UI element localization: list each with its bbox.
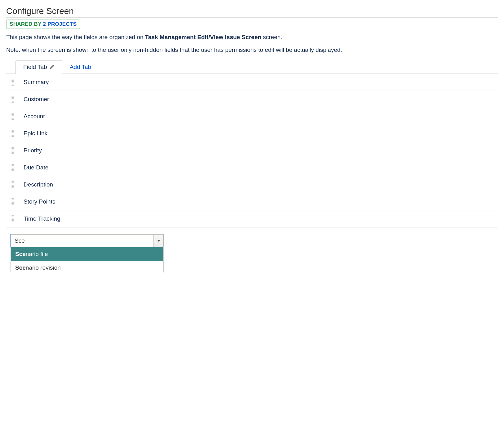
screen-name: Task Management Edit/View Issue Screen bbox=[145, 34, 261, 40]
field-label: Priority bbox=[17, 147, 42, 154]
field-combobox[interactable]: Scenario fileScenario revision bbox=[11, 234, 164, 247]
drag-handle-icon[interactable] bbox=[6, 130, 17, 137]
dropdown-option[interactable]: Scenario file bbox=[11, 247, 163, 261]
field-label: Description bbox=[17, 181, 53, 188]
field-row[interactable]: Summary bbox=[6, 74, 498, 91]
field-label: Due Date bbox=[17, 164, 48, 171]
desc-suffix: screen. bbox=[261, 34, 282, 40]
tab-add-tab[interactable]: Add Tab bbox=[62, 60, 99, 74]
field-row[interactable]: Epic Link bbox=[6, 125, 498, 142]
drag-handle-icon[interactable] bbox=[6, 96, 17, 103]
field-list: SummaryCustomerAccountEpic LinkPriorityD… bbox=[6, 74, 498, 227]
combobox-dropdown-button[interactable] bbox=[153, 235, 163, 247]
combobox-dropdown: Scenario fileScenario revision bbox=[11, 247, 164, 272]
field-label: Epic Link bbox=[17, 130, 47, 137]
field-row[interactable]: Story Points bbox=[6, 193, 498, 210]
page-note: Note: when the screen is shown to the us… bbox=[6, 46, 498, 54]
desc-prefix: This page shows the way the fields are o… bbox=[6, 34, 145, 40]
field-label: Account bbox=[17, 113, 45, 120]
shared-projects-badge[interactable]: SHARED BY 2 PROJECTS bbox=[6, 20, 80, 29]
option-rest-text: nario file bbox=[26, 251, 48, 257]
drag-handle-icon[interactable] bbox=[6, 113, 17, 120]
field-row[interactable]: Due Date bbox=[6, 159, 498, 176]
drag-handle-icon[interactable] bbox=[6, 181, 17, 188]
field-label: Customer bbox=[17, 96, 49, 103]
option-match-text: Sce bbox=[15, 251, 26, 257]
page-description: This page shows the way the fields are o… bbox=[6, 33, 498, 42]
field-label: Time Tracking bbox=[17, 215, 60, 222]
shared-label: SHARED BY bbox=[10, 21, 42, 27]
title-divider bbox=[6, 17, 498, 18]
field-row[interactable]: Customer bbox=[6, 91, 498, 108]
drag-handle-icon[interactable] bbox=[6, 215, 17, 222]
option-rest-text: nario revision bbox=[26, 264, 61, 271]
pencil-icon[interactable] bbox=[50, 65, 55, 70]
field-label: Story Points bbox=[17, 198, 55, 205]
option-match-text: Sce bbox=[15, 264, 26, 271]
tab-label: Field Tab bbox=[23, 64, 47, 70]
shared-count[interactable]: 2 PROJECTS bbox=[43, 21, 77, 27]
tabs-container: Field Tab Add Tab bbox=[6, 60, 498, 74]
field-search-input[interactable] bbox=[11, 235, 153, 247]
field-row[interactable]: Description bbox=[6, 176, 498, 193]
drag-handle-icon[interactable] bbox=[6, 147, 17, 154]
add-tab-label: Add Tab bbox=[70, 64, 91, 70]
drag-handle-icon[interactable] bbox=[6, 198, 17, 205]
drag-handle-icon[interactable] bbox=[6, 164, 17, 171]
add-field-row: Scenario fileScenario revision bbox=[6, 227, 498, 266]
field-label: Summary bbox=[17, 79, 49, 86]
dropdown-option[interactable]: Scenario revision bbox=[11, 261, 163, 272]
page-title: Configure Screen bbox=[6, 6, 498, 16]
field-row[interactable]: Time Tracking bbox=[6, 210, 498, 227]
chevron-down-icon bbox=[157, 240, 160, 242]
field-row[interactable]: Priority bbox=[6, 142, 498, 159]
tab-field-tab[interactable]: Field Tab bbox=[15, 60, 62, 74]
drag-handle-icon[interactable] bbox=[6, 79, 17, 86]
combobox-input-wrap[interactable] bbox=[11, 234, 164, 247]
field-row[interactable]: Account bbox=[6, 108, 498, 125]
